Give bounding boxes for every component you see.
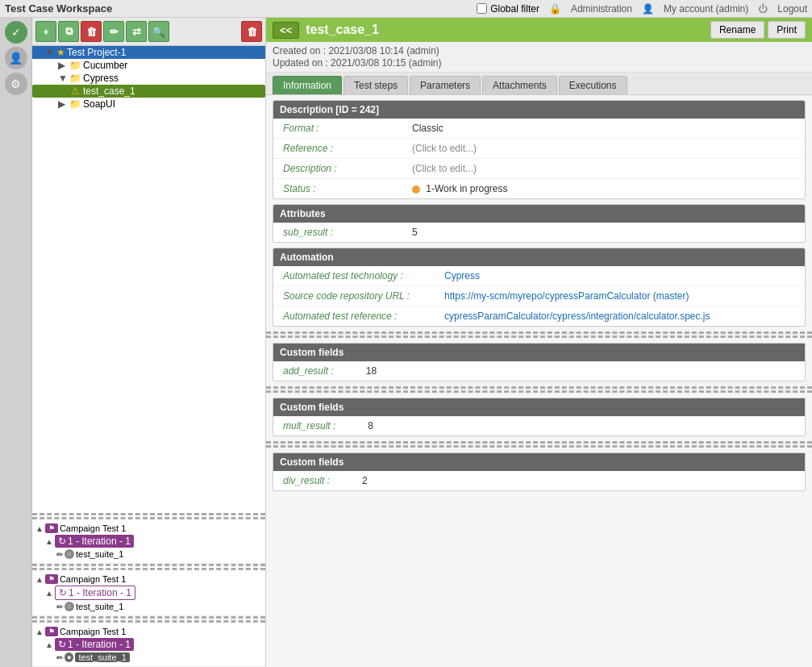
automation-value-technology[interactable]: Cypress	[444, 270, 480, 281]
field-value-status: 1-Work in progress	[412, 183, 508, 194]
suite-row-2[interactable]: ✏ ○ test_suite_1	[34, 601, 264, 612]
print-button[interactable]: Print	[768, 21, 806, 39]
tree-label-soapui: SoapUI	[83, 98, 115, 110]
suite-row-1[interactable]: ✏ ○ test_suite_1	[34, 548, 264, 560]
automation-value-url[interactable]: https://my-scm/myrepo/cypressParamCalcul…	[444, 290, 689, 302]
tab-executions[interactable]: Executions	[559, 76, 627, 94]
expand-icon-iter-3: ▲	[45, 640, 53, 649]
automation-field-reference: Automated test reference : cypressParamC…	[273, 306, 805, 326]
iteration-row-3[interactable]: ▲ ↻ 1 - Iteration - 1	[34, 637, 264, 652]
status-text: 1-Work in progress	[426, 183, 507, 194]
app-title: Test Case Workspace	[5, 2, 477, 15]
suite-icon-1a: ✏	[56, 550, 63, 559]
iteration-icon-1: ↻	[58, 536, 66, 547]
cf-row-div: div_result : 2	[283, 475, 795, 486]
custom-fields-body-3: div_result : 2	[273, 471, 805, 490]
campaign-badge-1: ⚑	[45, 523, 58, 533]
tree-toggle-soapui[interactable]: ▶	[58, 98, 68, 110]
content-dashed-separator-2	[266, 386, 812, 393]
tree-node-soapui[interactable]: ▶ 📁 SoapUI	[32, 98, 265, 110]
folder-icon-cypress: 📁	[69, 73, 81, 84]
campaign-row-1[interactable]: ▲ ⚑ Campaign Test 1	[34, 523, 264, 534]
updated-text: Updated on : 2021/03/08 10:15 (admin)	[273, 57, 441, 69]
topbar: Test Case Workspace Global filter 🔒 Admi…	[0, 0, 812, 18]
campaign-row-3[interactable]: ▲ ⚑ Campaign Test 1	[34, 626, 264, 637]
tree-toolbar: + ⧉ 🗑 ✏ ⇄ 🔍 🗑	[32, 18, 265, 46]
custom-fields-header-1: Custom fields	[273, 344, 805, 361]
iteration-row-2[interactable]: ▲ ↻ 1 - Iteration - 1	[34, 585, 264, 601]
automation-label-url: Source code repository URL :	[283, 290, 444, 302]
sidebar-icon-settings[interactable]: ⚙	[5, 73, 27, 95]
tree-node-cypress[interactable]: ▼ 📁 Cypress	[32, 72, 265, 85]
tree-node-root[interactable]: ▼ ★ Test Project-1	[32, 46, 265, 59]
sidebar-icon-check[interactable]: ✓	[5, 21, 27, 44]
field-value-format: Classic	[412, 123, 443, 134]
field-row-description: Description : (Click to edit...)	[273, 159, 805, 179]
campaign-label-1: Campaign Test 1	[60, 523, 126, 533]
move-button[interactable]: ⇄	[126, 21, 147, 42]
rename-button[interactable]: Rename	[710, 21, 764, 39]
iteration-row-1[interactable]: ▲ ↻ 1 - Iteration - 1	[34, 534, 264, 548]
expand-icon-3: ▲	[35, 627, 44, 636]
field-label-format: Format :	[283, 123, 412, 134]
add-button[interactable]: +	[35, 21, 56, 42]
folder-icon-soapui: 📁	[69, 98, 81, 110]
custom-fields-header-3: Custom fields	[273, 453, 805, 471]
sidebar-icons: ✓ 👤 ⚙	[0, 18, 32, 667]
sidebar-icon-user[interactable]: 👤	[5, 47, 27, 69]
suite-icon-2a: ✏	[56, 602, 63, 611]
logout-link[interactable]: Logout	[777, 3, 807, 15]
expand-icon-1: ▲	[35, 524, 44, 533]
warn-icon: ⚠	[71, 85, 80, 97]
tree-toggle-root[interactable]: ▼	[45, 47, 55, 58]
custom-fields-section-1: Custom fields add_result : 18	[273, 343, 806, 381]
delete-button[interactable]: 🗑	[81, 21, 102, 42]
suite-label-2: test_suite_1	[76, 602, 123, 611]
iteration-icon-2: ↻	[59, 587, 67, 598]
edit-button[interactable]: ✏	[103, 21, 124, 42]
field-label-reference: Reference :	[283, 143, 412, 154]
field-row-subresult: sub_result : 5	[273, 223, 805, 242]
tab-information[interactable]: Information	[273, 76, 342, 94]
global-filter: Global filter	[477, 3, 539, 15]
tree-node-testcase1[interactable]: ⚠ test_case_1	[32, 85, 265, 98]
tree-toggle-cypress[interactable]: ▼	[58, 73, 68, 84]
back-button[interactable]: <<	[273, 22, 299, 39]
campaign-tree-section-2: ▲ ⚑ Campaign Test 1 ▲ ↻ 1 - Iteration - …	[32, 570, 265, 616]
iteration-badge-1: ↻ 1 - Iteration - 1	[55, 535, 134, 548]
automation-header: Automation	[273, 248, 805, 266]
description-section: Description [ID = 242] Format : Classic …	[273, 100, 806, 199]
description-header: Description [ID = 242]	[273, 101, 805, 119]
tree-dashed-separator-3	[32, 616, 265, 623]
cf-label-div: div_result :	[283, 475, 330, 486]
campaign-row-2[interactable]: ▲ ⚑ Campaign Test 1	[34, 573, 264, 585]
content-scroll: Description [ID = 242] Format : Classic …	[266, 95, 812, 667]
campaign-tree-section-3: ▲ ⚑ Campaign Test 1 ▲ ↻ 1 - Iteration - …	[32, 623, 265, 667]
field-value-subresult: 5	[412, 227, 418, 238]
suite-label-1: test_suite_1	[76, 549, 123, 559]
global-filter-checkbox[interactable]	[477, 3, 487, 14]
field-value-description[interactable]: (Click to edit...)	[412, 163, 477, 174]
created-text: Created on : 2021/03/08 10:14 (admin)	[273, 45, 441, 56]
status-dot	[412, 186, 420, 194]
custom-fields-body-2: mult_result : 8	[273, 416, 805, 436]
automation-value-reference[interactable]: cypressParamCalculator/cypress/integrati…	[444, 311, 710, 322]
search-button[interactable]: 🔍	[148, 21, 169, 42]
field-value-reference[interactable]: (Click to edit...)	[412, 143, 477, 154]
copy-button[interactable]: ⧉	[58, 21, 79, 42]
cf-value-add: 18	[366, 365, 377, 377]
tab-parameters[interactable]: Parameters	[410, 76, 481, 94]
field-label-subresult: sub_result :	[283, 227, 412, 238]
tree-node-cucumber[interactable]: ▶ 📁 Cucumber	[32, 59, 265, 72]
campaign-label-3: Campaign Test 1	[60, 627, 126, 636]
tab-teststeps[interactable]: Test steps	[344, 76, 408, 94]
tree-toggle-cucumber[interactable]: ▶	[58, 60, 68, 71]
suite-circle-2: ○	[65, 602, 74, 611]
suite-row-3[interactable]: ✏ ● test_suite_1	[34, 652, 264, 663]
delete2-button[interactable]: 🗑	[241, 21, 262, 42]
account-link[interactable]: My account (admin)	[664, 3, 748, 15]
iteration-label-1: 1 - Iteration - 1	[68, 536, 131, 547]
tab-attachments[interactable]: Attachments	[482, 76, 557, 94]
admin-link[interactable]: Administration	[571, 3, 632, 15]
tabs: Information Test steps Parameters Attach…	[266, 73, 812, 95]
